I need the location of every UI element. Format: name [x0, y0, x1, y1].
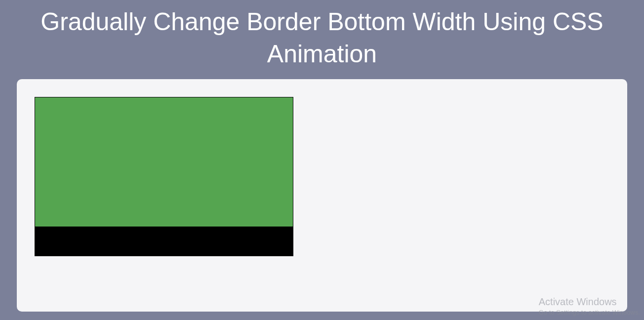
watermark-title: Activate Windows: [539, 296, 640, 308]
content-panel: [17, 79, 627, 312]
windows-activation-watermark: Activate Windows Go to Settings to activ…: [539, 296, 640, 316]
watermark-subtitle: Go to Settings to activate Windows.: [539, 309, 640, 316]
page-title: Gradually Change Border Bottom Width Usi…: [0, 0, 644, 70]
animated-border-box: [35, 97, 293, 256]
